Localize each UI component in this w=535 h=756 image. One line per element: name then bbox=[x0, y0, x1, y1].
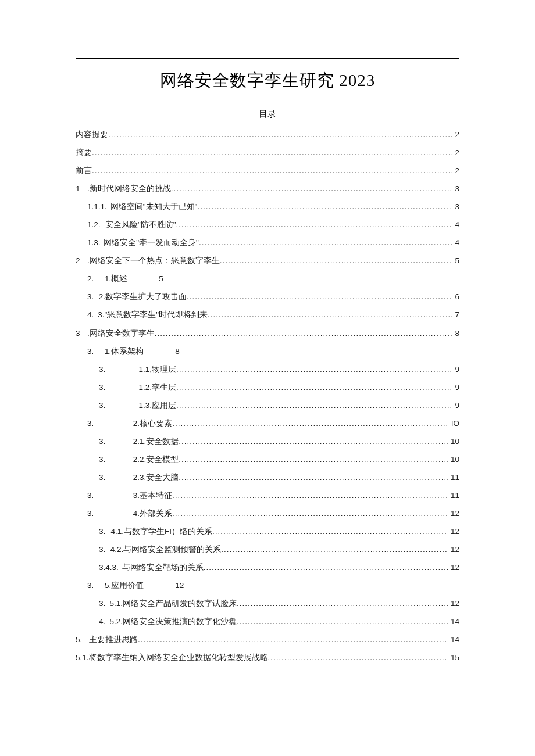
toc-entry: 前言 2 bbox=[76, 162, 459, 180]
toc-label: 摘要 bbox=[76, 144, 92, 162]
toc-entry: 3.4.3. 与网络安全靶场的关系 12 bbox=[76, 558, 459, 576]
toc-num: 1.2. bbox=[87, 216, 105, 234]
toc-num: 3. bbox=[99, 468, 133, 486]
toc-label: 2.2,安全模型 bbox=[133, 450, 179, 468]
toc-page: 9 bbox=[452, 360, 459, 378]
toc-dots bbox=[138, 630, 448, 648]
toc-dots bbox=[176, 396, 452, 414]
toc-dots bbox=[212, 522, 448, 540]
toc-dots bbox=[172, 504, 448, 522]
toc-page: 12 bbox=[448, 594, 459, 612]
toc-entry: 3. 2.数字李生扩大了攻击面 6 bbox=[76, 288, 459, 306]
toc-label: 5.应用价值 bbox=[105, 576, 144, 594]
toc-page: 2 bbox=[452, 126, 459, 144]
toc-label: .网络安全下一个热点：恶意数字李生 bbox=[87, 252, 220, 270]
toc-num: 3. bbox=[99, 396, 139, 414]
toc-entry: 3 .网络安全数字李生 8 bbox=[76, 324, 459, 342]
toc-label: 1.概述 bbox=[105, 270, 127, 288]
toc-num: 1.3. bbox=[87, 234, 104, 252]
toc-num: 5. bbox=[76, 630, 89, 648]
toc-label: 内容提要 bbox=[76, 126, 108, 144]
toc-label: 前言 bbox=[76, 162, 92, 180]
toc-entry: 2 .网络安全下一个热点：恶意数字李生 5 bbox=[76, 252, 459, 270]
document-title: 网络安全数字孪生研究 2023 bbox=[76, 69, 459, 92]
toc-dots bbox=[176, 216, 452, 234]
toc-page: 4 bbox=[452, 216, 459, 234]
toc-dots bbox=[237, 594, 448, 612]
toc-num: 3. bbox=[87, 486, 133, 504]
top-separator bbox=[76, 58, 459, 59]
toc-page: 14 bbox=[448, 630, 459, 648]
toc-label: 安全风险"防不胜防" bbox=[105, 216, 176, 234]
toc-page: 2 bbox=[452, 162, 459, 180]
toc-label: 4.外部关系 bbox=[133, 504, 172, 522]
toc-num: 3. bbox=[99, 360, 139, 378]
toc-page: 5 bbox=[452, 252, 459, 270]
toc-num: 3. bbox=[99, 522, 110, 540]
toc-label: 主要推进思路 bbox=[89, 630, 138, 648]
toc-entry: 3. 1.1,物理层 9 bbox=[76, 360, 459, 378]
toc-num: 1.1.1. bbox=[87, 198, 110, 216]
toc-num: 4. bbox=[99, 612, 109, 630]
toc-page: 10 bbox=[448, 450, 459, 468]
toc-num: 3. bbox=[87, 504, 133, 522]
toc-entry: 4. 5.2.网络安全决策推演的数字化沙盘 14 bbox=[76, 612, 459, 630]
toc-num: 3 bbox=[76, 324, 87, 342]
toc-dots bbox=[176, 378, 452, 396]
toc-entry: 3. 4.2.与网络安全监测预警的关系 12 bbox=[76, 540, 459, 558]
toc-entry: 1.3. 网络安全"牵一发而动全身" 4 bbox=[76, 234, 459, 252]
toc-dots bbox=[204, 558, 448, 576]
toc-label: 2.核心要素 bbox=[133, 414, 172, 432]
toc-label: 4.1.与数字学生FI）络的关系 bbox=[110, 522, 212, 540]
toc-label: 2.数字李生扩大了攻击面 bbox=[99, 288, 187, 306]
toc-label: 1.1,物理层 bbox=[139, 360, 177, 378]
toc-page: 11 bbox=[448, 486, 459, 504]
toc-entry: 3. 3.基本特征 11 bbox=[76, 486, 459, 504]
toc-label: .新时代网络安全的挑战 bbox=[87, 180, 171, 198]
toc-entry: 3. 4.1.与数字学生FI）络的关系 12 bbox=[76, 522, 459, 540]
toc-dots bbox=[199, 234, 453, 252]
toc-dots bbox=[172, 414, 449, 432]
toc-page: IO bbox=[449, 414, 459, 432]
toc-page: 10 bbox=[448, 432, 459, 450]
toc-page: 7 bbox=[452, 306, 459, 324]
toc-page: 11 bbox=[448, 468, 459, 486]
toc-page: 12 bbox=[448, 558, 459, 576]
toc-label: .网络安全数字李生 bbox=[87, 324, 155, 342]
toc-page: 14 bbox=[448, 612, 459, 630]
toc-label: 与网络安全靶场的关系 bbox=[122, 558, 204, 576]
toc-entry: 1.2. 安全风险"防不胜防" 4 bbox=[76, 216, 459, 234]
toc-dots bbox=[268, 648, 448, 667]
toc-label: 5.2.网络安全决策推演的数字化沙盘 bbox=[109, 612, 237, 630]
toc-page: 12 bbox=[448, 504, 459, 522]
toc-page: 4 bbox=[452, 234, 459, 252]
toc-entry: 3. 4.外部关系 12 bbox=[76, 504, 459, 522]
toc-num: 3. bbox=[99, 432, 133, 450]
toc-entry: 1 .新时代网络安全的挑战 3 bbox=[76, 180, 459, 198]
toc-entry: 3. 2.核心要素 IO bbox=[76, 414, 459, 432]
toc-entry: 3. 1.2.孪生层 9 bbox=[76, 378, 459, 396]
toc-entry: 5.1. 将数字李生纳入网络安全企业数据化转型发展战略 15 bbox=[76, 648, 459, 667]
toc-dots bbox=[171, 180, 453, 198]
toc-label: 网络安全"牵一发而动全身" bbox=[104, 234, 199, 252]
toc-page: 12 bbox=[448, 522, 459, 540]
toc-page: 12 bbox=[173, 576, 184, 594]
toc-label: 网络空间"未知大于已知" bbox=[110, 198, 198, 216]
toc-dots bbox=[176, 360, 452, 378]
toc-dots bbox=[179, 432, 448, 450]
toc-dots bbox=[92, 162, 452, 180]
toc-entry: 3. 1.体系架构 8 bbox=[76, 342, 459, 360]
toc-num: 5.1. bbox=[76, 648, 89, 667]
toc-heading: 目录 bbox=[76, 109, 459, 120]
toc-dots bbox=[208, 306, 452, 324]
toc-page: 3 bbox=[452, 198, 459, 216]
toc-page: 8 bbox=[452, 324, 459, 342]
toc-entry: 5. 主要推进思路 14 bbox=[76, 630, 459, 648]
toc-num: 3. bbox=[99, 594, 109, 612]
toc-num: 2. bbox=[87, 270, 105, 288]
toc-entry: 3. 2.3.安全大脑 11 bbox=[76, 468, 459, 486]
toc-page: 8 bbox=[173, 342, 180, 360]
toc-dots bbox=[197, 198, 452, 216]
toc-entry: 3. 5.1.网络安全产品研发的数字试脸床 12 bbox=[76, 594, 459, 612]
toc-entry: 3. 5.应用价值 12 bbox=[76, 576, 459, 594]
